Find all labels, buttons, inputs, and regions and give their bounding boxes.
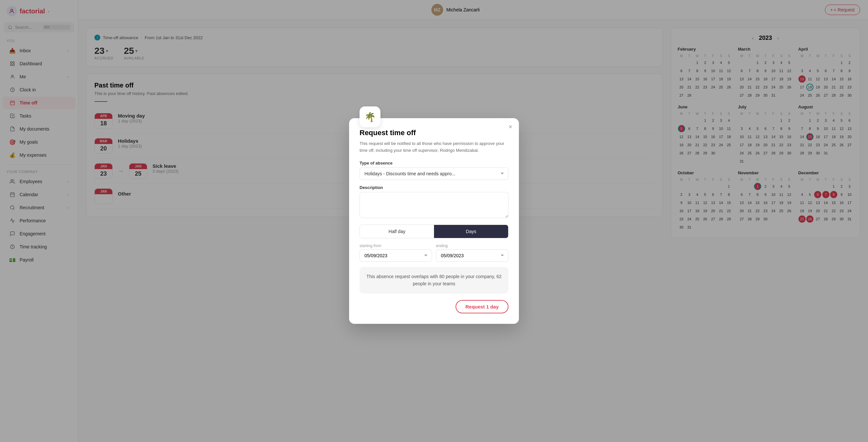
date-row: starting from 05/09/2023 ending 05/09/20… [360,244,508,262]
modal-icon: 🌴 [360,106,380,127]
submit-request-button[interactable]: Request 1 day [456,300,508,313]
start-date-select[interactable]: 05/09/2023 [360,249,432,262]
description-textarea[interactable] [360,192,508,218]
absence-type-label: Type of absence [360,161,508,165]
toggle-group: Half day Days [360,225,508,238]
close-button[interactable]: × [508,123,513,130]
description-label: Description [360,185,508,190]
modal-title: Request time off [360,129,508,137]
end-date-select[interactable]: 05/09/2023 [436,249,508,262]
modal-footer: Request 1 day [360,300,508,313]
ending-label: ending [436,244,508,248]
days-button[interactable]: Days [434,225,508,238]
absence-type-select[interactable]: Holidays - Discounts time and needs appr… [360,167,508,180]
starting-from-label: starting from [360,244,432,248]
end-date-field: ending 05/09/2023 [436,244,508,262]
overlap-warning: This absence request overlaps with 80 pe… [360,267,508,293]
start-date-field: starting from 05/09/2023 [360,244,432,262]
request-time-off-modal: 🌴 × Request time off This request will b… [349,118,519,323]
half-day-button[interactable]: Half day [360,225,434,238]
modal-description: This request will be notified to all tho… [360,140,508,154]
modal-overlay[interactable]: 🌴 × Request time off This request will b… [0,0,868,442]
